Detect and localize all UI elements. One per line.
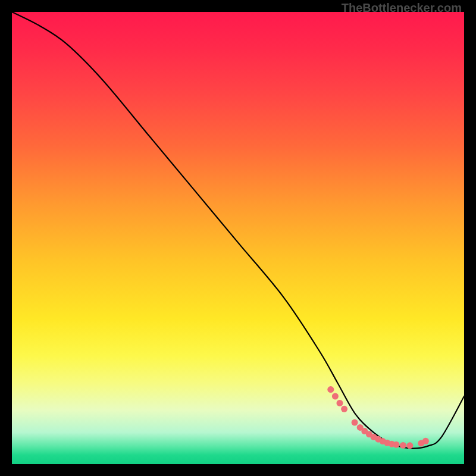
highlight-dots-group xyxy=(327,386,429,449)
highlight-dot xyxy=(393,441,400,448)
curve-line xyxy=(12,12,464,449)
highlight-dot xyxy=(422,438,429,444)
highlight-dot xyxy=(352,419,358,426)
highlight-dot xyxy=(337,400,343,406)
highlight-dot xyxy=(327,386,334,393)
highlight-dot xyxy=(406,442,413,449)
highlight-dot xyxy=(332,393,339,400)
highlight-dot xyxy=(341,406,347,412)
highlight-dot xyxy=(400,442,406,449)
chart-frame: TheBottlenecker.com xyxy=(12,12,464,464)
chart-svg xyxy=(12,12,464,464)
